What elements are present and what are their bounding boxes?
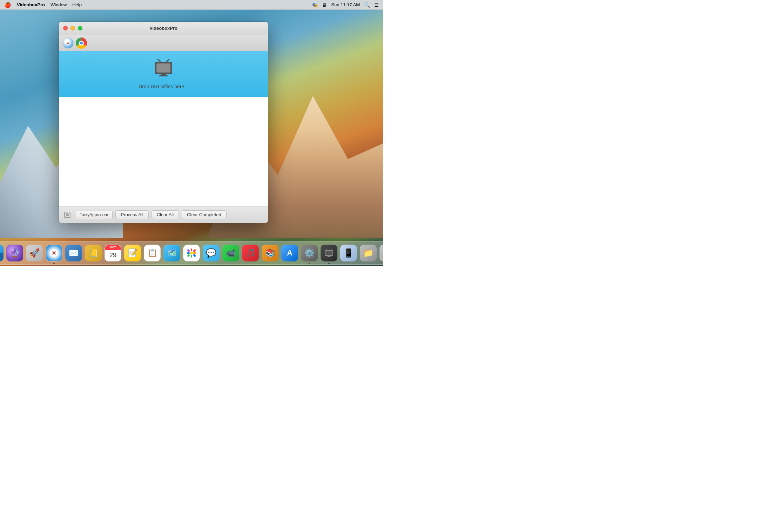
process-all-button[interactable]: Process All bbox=[115, 210, 148, 219]
svg-rect-6 bbox=[157, 64, 170, 72]
dock-item-calendar[interactable]: OCT 29 bbox=[104, 244, 122, 262]
dock-item-siri[interactable]: 🔮 bbox=[6, 244, 24, 262]
search-icon[interactable]: 🔍 bbox=[364, 2, 370, 8]
menubar-left: 🍎 VideoboxPro Window Help bbox=[4, 1, 312, 8]
dock: 🙂 🔮 🚀 ✴ ✉️ 📒 OCT 29 bbox=[0, 241, 383, 265]
menubar-help[interactable]: Help bbox=[72, 2, 82, 7]
title-bar: VideoboxPro bbox=[59, 22, 268, 35]
window-controls bbox=[63, 26, 82, 30]
dock-item-appstore[interactable]: A bbox=[281, 244, 299, 262]
drop-area[interactable]: Drop URLs/files here... bbox=[59, 51, 268, 97]
dock-dot-videobox bbox=[328, 263, 330, 264]
menubar-time: Sun 11:17 AM bbox=[331, 2, 360, 7]
clear-completed-button[interactable]: Clear Completed bbox=[182, 210, 227, 219]
dock-item-launchpad[interactable]: 📱 bbox=[340, 244, 358, 262]
dock-item-photos[interactable] bbox=[182, 244, 201, 262]
clear-all-button[interactable]: Clear All bbox=[152, 210, 179, 219]
dock-item-rocket[interactable]: 🚀 bbox=[25, 244, 43, 262]
browser-icons-row: ✴ bbox=[59, 35, 268, 51]
dock-item-reminders[interactable]: 📋 bbox=[143, 244, 161, 262]
dock-item-notes[interactable]: 📝 bbox=[123, 244, 142, 262]
app-window: VideoboxPro ✴ bbox=[59, 22, 268, 223]
dock-item-maps[interactable]: 🗺️ bbox=[163, 244, 181, 262]
menubar-list-icon[interactable]: ☰ bbox=[374, 2, 379, 8]
svg-rect-2 bbox=[161, 74, 166, 75]
dock-item-preferences[interactable]: ⚙️ bbox=[300, 244, 318, 262]
tv-icon bbox=[153, 59, 174, 81]
bottom-toolbar: TastyApps.com Process All Clear All Clea… bbox=[59, 206, 268, 223]
menubar-icon-cast: 🎭 bbox=[312, 2, 318, 8]
drop-text: Drop URLs/files here... bbox=[139, 84, 188, 89]
svg-rect-3 bbox=[159, 75, 168, 76]
dock-item-videobox[interactable] bbox=[320, 244, 338, 262]
dock-dot-safari bbox=[53, 263, 55, 264]
chrome-icon[interactable] bbox=[76, 37, 87, 49]
window-title: VideoboxPro bbox=[149, 26, 177, 31]
dock-item-safari[interactable]: ✴ bbox=[45, 244, 63, 262]
queue-area[interactable] bbox=[59, 97, 268, 206]
svg-line-5 bbox=[166, 59, 169, 62]
svg-rect-11 bbox=[328, 256, 330, 257]
apple-menu[interactable]: 🍎 bbox=[4, 1, 11, 8]
pencil-icon bbox=[62, 210, 72, 220]
dock-item-books[interactable]: 📚 bbox=[261, 244, 279, 262]
svg-rect-10 bbox=[325, 251, 332, 255]
svg-line-14 bbox=[330, 249, 332, 250]
safari-icon[interactable]: ✴ bbox=[62, 37, 74, 49]
dock-dot-prefs bbox=[309, 263, 310, 264]
menubar-right: 🎭 🖥 Sun 11:17 AM 🔍 ☰ bbox=[312, 2, 379, 8]
maximize-button[interactable] bbox=[78, 26, 82, 30]
dock-item-messages[interactable]: 💬 bbox=[202, 244, 220, 262]
dock-item-facetime[interactable]: 📹 bbox=[222, 244, 240, 262]
close-button[interactable] bbox=[63, 26, 68, 30]
dock-item-notefile[interactable]: 📒 bbox=[84, 244, 102, 262]
menubar-app-name[interactable]: VideoboxPro bbox=[17, 2, 45, 7]
dock-item-mail[interactable]: ✉️ bbox=[65, 244, 83, 262]
menubar: 🍎 VideoboxPro Window Help 🎭 🖥 Sun 11:17 … bbox=[0, 0, 383, 10]
dock-item-finder[interactable]: 🙂 bbox=[0, 244, 4, 262]
svg-line-4 bbox=[158, 59, 161, 62]
svg-rect-12 bbox=[327, 257, 331, 257]
dock-item-music[interactable]: 🎵 bbox=[241, 244, 260, 262]
tastyapps-button[interactable]: TastyApps.com bbox=[75, 211, 113, 219]
svg-line-13 bbox=[326, 249, 328, 250]
minimize-button[interactable] bbox=[70, 26, 75, 30]
menubar-window[interactable]: Window bbox=[51, 2, 67, 7]
menubar-icon-screen: 🖥 bbox=[322, 2, 327, 8]
dock-item-folder[interactable]: 📁 bbox=[359, 244, 377, 262]
dock-item-trash[interactable]: 🗑️ bbox=[379, 244, 383, 262]
